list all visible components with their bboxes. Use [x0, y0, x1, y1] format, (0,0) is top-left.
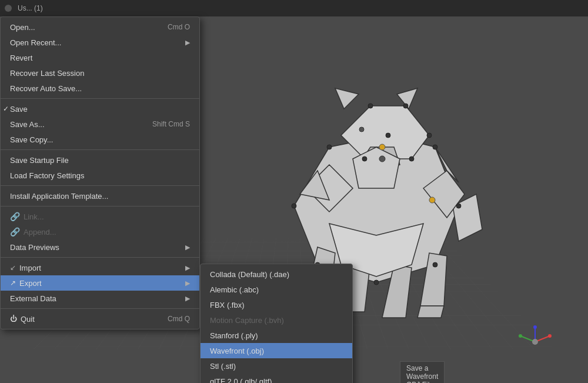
save-as-label: Save As... [10, 120, 45, 129]
menu-item-open-recent[interactable]: Open Recent... ▶ [1, 35, 199, 50]
open-recent-arrow: ▶ [185, 39, 190, 46]
svg-point-21 [429, 197, 435, 203]
export-gltf[interactable]: glTF 2.0 (.glb/.gltf) [201, 374, 352, 383]
data-previews-arrow: ▶ [185, 244, 190, 251]
top-bar: Us... (1) [0, 0, 588, 16]
export-label: Export [19, 279, 42, 288]
menu-item-save-startup[interactable]: Save Startup File [1, 152, 199, 168]
gltf-label: glTF 2.0 (.glb/.gltf) [210, 377, 272, 384]
separator-3 [1, 185, 199, 186]
export-alembic[interactable]: Alembic (.abc) [201, 282, 352, 297]
export-submenu: Collada (Default) (.dae) Alembic (.abc) … [200, 264, 353, 383]
export-icon: ↗ [10, 279, 16, 287]
svg-point-33 [409, 156, 414, 161]
menu-item-revert[interactable]: Revert [1, 50, 199, 65]
svg-point-23 [386, 133, 390, 138]
export-submenu-wrapper: Collada (Default) (.dae) Alembic (.abc) … [200, 264, 353, 383]
export-motion-capture[interactable]: Motion Capture (.bvh) [201, 312, 352, 328]
external-data-arrow: ▶ [185, 295, 190, 302]
svg-point-24 [433, 145, 437, 149]
top-bar-dot [5, 5, 12, 12]
svg-point-31 [403, 104, 408, 108]
menu-item-data-previews[interactable]: Data Previews ▶ [1, 239, 199, 255]
svg-point-22 [327, 145, 332, 149]
link-label: Link... [24, 212, 44, 221]
menu-item-export[interactable]: ↗ Export ▶ [1, 275, 199, 291]
svg-marker-17 [417, 306, 444, 318]
separator-2 [1, 149, 199, 150]
separator-4 [1, 206, 199, 207]
svg-point-34 [362, 156, 367, 161]
menu-item-link[interactable]: 🔗 Link... [1, 209, 199, 224]
svg-point-20 [379, 144, 385, 150]
menu-item-save-copy[interactable]: Save Copy... [1, 132, 199, 147]
recover-last-label: Recover Last Session [10, 69, 84, 78]
menu-item-open[interactable]: Open... Cmd O [1, 19, 199, 35]
save-copy-label: Save Copy... [10, 135, 53, 144]
export-collada[interactable]: Collada (Default) (.dae) [201, 267, 352, 282]
separator-6 [1, 308, 199, 309]
svg-point-39 [548, 334, 552, 338]
svg-point-29 [292, 204, 296, 208]
separator-5 [1, 257, 199, 258]
quit-icon: ⏻ [10, 315, 17, 323]
menu-item-save-as[interactable]: Save As... Shift Cmd S [1, 116, 199, 132]
motion-capture-label: Motion Capture (.bvh) [210, 316, 284, 325]
tooltip-bar: Save a Wavefront OBJ File. [400, 361, 445, 383]
export-fbx[interactable]: FBX (.fbx) [201, 297, 352, 312]
menu-item-quit[interactable]: ⏻ Quit Cmd Q [1, 311, 199, 327]
open-label: Open... [10, 23, 35, 32]
svg-marker-3 [335, 88, 359, 109]
menu-item-append[interactable]: 🔗 Append... [1, 224, 199, 239]
tooltip-text: Save a Wavefront OBJ File. [406, 364, 438, 383]
export-arrow: ▶ [185, 279, 190, 287]
install-template-label: Install Application Template... [10, 192, 108, 201]
load-factory-label: Load Factory Settings [10, 171, 84, 180]
menu-item-load-factory[interactable]: Load Factory Settings [1, 168, 199, 183]
fbx-label: FBX (.fbx) [210, 301, 245, 309]
wavefront-label: Wavefront (.obj) [210, 347, 264, 355]
external-data-label: External Data [10, 294, 56, 303]
svg-point-30 [368, 104, 373, 108]
quit-label: Quit [21, 315, 35, 324]
quit-shortcut: Cmd Q [168, 315, 190, 323]
import-arrow: ▶ [185, 264, 190, 272]
revert-label: Revert [10, 54, 32, 62]
collada-label: Collada (Default) (.dae) [210, 270, 289, 279]
menu-item-external-data[interactable]: External Data ▶ [1, 291, 199, 306]
svg-point-38 [532, 339, 538, 345]
export-wavefront[interactable]: Wavefront (.obj) [201, 343, 352, 358]
append-icon: 🔗 [10, 227, 20, 237]
link-icon: 🔗 [10, 212, 20, 221]
primary-menu: Open... Cmd O Open Recent... ▶ Revert Re… [0, 16, 200, 329]
svg-point-26 [433, 262, 437, 267]
data-previews-label: Data Previews [10, 243, 59, 252]
svg-point-25 [456, 204, 461, 208]
svg-point-41 [533, 325, 537, 329]
menu-item-recover-last[interactable]: Recover Last Session [1, 65, 199, 81]
menu-item-install-template[interactable]: Install Application Template... [1, 188, 199, 204]
stanford-label: Stanford (.ply) [210, 331, 258, 340]
alembic-label: Alembic (.abc) [210, 285, 259, 294]
append-label: Append... [24, 228, 56, 237]
svg-point-18 [379, 156, 385, 162]
open-shortcut: Cmd O [168, 23, 190, 31]
svg-point-32 [427, 133, 432, 138]
menu-overlay: Open... Cmd O Open Recent... ▶ Revert Re… [0, 16, 200, 329]
svg-point-40 [519, 334, 522, 338]
recover-auto-label: Recover Auto Save... [10, 84, 82, 93]
menu-item-recover-auto[interactable]: Recover Auto Save... [1, 81, 199, 96]
save-as-shortcut: Shift Cmd S [152, 120, 190, 128]
axis-indicator [517, 324, 553, 359]
import-icon: ↙ [10, 264, 16, 272]
menu-item-save[interactable]: Save [1, 101, 199, 116]
stl-label: Stl (.stl) [210, 362, 236, 371]
save-startup-label: Save Startup File [10, 156, 69, 165]
open-recent-label: Open Recent... [10, 38, 61, 47]
menu-item-import[interactable]: ↙ Import ▶ [1, 260, 199, 275]
import-label: Import [19, 264, 41, 272]
export-stanford[interactable]: Stanford (.ply) [201, 328, 352, 343]
svg-point-19 [359, 127, 364, 132]
export-stl[interactable]: Stl (.stl) [201, 358, 352, 374]
svg-point-27 [374, 280, 379, 285]
